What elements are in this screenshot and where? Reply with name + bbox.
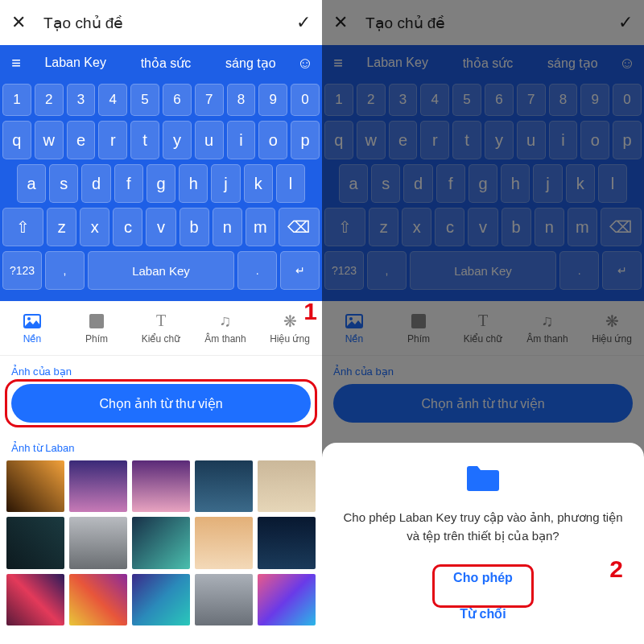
key-z[interactable]: z	[47, 208, 76, 246]
wallpaper-thumb[interactable]	[132, 517, 190, 568]
wallpaper-thumb[interactable]	[132, 460, 190, 512]
wallpaper-thumb[interactable]	[6, 517, 64, 568]
suggestion-word[interactable]: thỏa sức	[141, 56, 192, 71]
svg-point-1	[27, 317, 31, 320]
emoji-icon[interactable]: ☺	[293, 54, 317, 72]
deny-button[interactable]: Từ chối	[340, 606, 626, 621]
key-b[interactable]: b	[180, 208, 209, 246]
theme-tabs: Nền Phím T Kiểu chữ ♫ Âm thanh ❋ Hiệu ứn…	[0, 301, 322, 356]
section-laban-photos: Ảnh từ Laban	[0, 432, 322, 460]
key-y[interactable]: y	[163, 121, 192, 159]
key-0[interactable]: 0	[291, 84, 320, 116]
key-s[interactable]: s	[49, 164, 78, 203]
app-header: ✕ Tạo chủ đề ✓	[0, 0, 322, 45]
screen-step-2: ✕ Tạo chủ đề ✓ ≡ Laban Key thỏa sức sáng…	[322, 0, 644, 644]
wallpaper-thumb[interactable]	[69, 574, 127, 625]
tab-background[interactable]: Nền	[0, 301, 64, 355]
key-m[interactable]: m	[246, 208, 275, 246]
key-shift[interactable]: ⇧	[2, 208, 43, 246]
key-9[interactable]: 9	[258, 84, 287, 116]
wallpaper-thumb[interactable]	[195, 574, 253, 625]
svg-rect-2	[89, 314, 104, 328]
tab-label: Nền	[23, 333, 41, 345]
key-mic[interactable]: ,	[45, 251, 85, 290]
wallpaper-thumb[interactable]	[6, 460, 64, 512]
key-dot[interactable]: .	[237, 251, 277, 290]
key-v[interactable]: v	[146, 208, 175, 246]
wallpaper-thumb[interactable]	[195, 460, 253, 512]
key-q[interactable]: q	[2, 121, 31, 159]
tab-label: Kiểu chữ	[142, 333, 180, 345]
suggestion-word[interactable]: Laban Key	[44, 56, 106, 71]
key-l[interactable]: l	[276, 164, 305, 203]
sparkle-icon: ❋	[283, 312, 297, 330]
key-k[interactable]: k	[244, 164, 273, 203]
key-g[interactable]: g	[147, 164, 175, 203]
tab-sound[interactable]: ♫ Âm thanh	[193, 301, 258, 355]
key-o[interactable]: o	[258, 121, 287, 159]
music-icon: ♫	[220, 312, 232, 330]
key-3[interactable]: 3	[67, 84, 96, 116]
key-i[interactable]: i	[227, 121, 256, 159]
key-6[interactable]: 6	[163, 84, 192, 116]
wallpaper-thumb[interactable]	[258, 517, 316, 568]
step-badge-2: 2	[609, 555, 623, 583]
wallpaper-thumb[interactable]	[69, 517, 127, 568]
square-icon	[89, 312, 104, 330]
tab-font[interactable]: T Kiểu chữ	[129, 301, 193, 355]
keyboard-preview: ≡ Laban Key thỏa sức sáng tạo ☺ 12345678…	[0, 45, 322, 301]
page-title: Tạo chủ đề	[43, 14, 296, 32]
key-enter[interactable]: ↵	[280, 251, 320, 290]
wallpaper-thumb[interactable]	[132, 574, 190, 625]
wallpaper-thumb[interactable]	[258, 574, 316, 625]
key-n[interactable]: n	[213, 208, 242, 246]
key-7[interactable]: 7	[195, 84, 224, 116]
tab-label: Hiệu ứng	[270, 333, 310, 345]
key-symbols[interactable]: ?123	[2, 251, 42, 290]
wallpaper-thumb[interactable]	[69, 460, 127, 512]
key-u[interactable]: u	[195, 121, 224, 159]
folder-icon	[465, 464, 501, 493]
screen-step-1: ✕ Tạo chủ đề ✓ ≡ Laban Key thỏa sức sáng…	[0, 0, 322, 644]
step-badge-1: 1	[303, 298, 317, 325]
wallpaper-thumb[interactable]	[258, 460, 316, 512]
key-f[interactable]: f	[114, 164, 143, 203]
key-w[interactable]: w	[35, 121, 64, 159]
suggestion-word[interactable]: sáng tạo	[225, 56, 275, 71]
key-h[interactable]: h	[179, 164, 208, 203]
tab-label: Phím	[85, 333, 108, 345]
close-icon[interactable]: ✕	[11, 12, 26, 33]
choose-from-library-button[interactable]: Chọn ảnh từ thư viện	[11, 384, 311, 423]
key-p[interactable]: p	[291, 121, 320, 159]
wallpaper-grid	[0, 460, 322, 625]
key-backspace[interactable]: ⌫	[279, 208, 320, 246]
key-d[interactable]: d	[81, 164, 110, 203]
key-j[interactable]: j	[211, 164, 240, 203]
confirm-icon[interactable]: ✓	[296, 12, 311, 33]
key-r[interactable]: r	[98, 121, 127, 159]
wallpaper-thumb[interactable]	[195, 517, 253, 568]
tab-keys[interactable]: Phím	[64, 301, 129, 355]
wallpaper-thumb[interactable]	[6, 574, 64, 625]
key-x[interactable]: x	[80, 208, 109, 246]
key-c[interactable]: c	[113, 208, 142, 246]
permission-dialog: Cho phép Laban Key truy cập vào ảnh, phư…	[322, 443, 644, 644]
key-1[interactable]: 1	[2, 84, 31, 116]
tab-label: Âm thanh	[204, 333, 246, 345]
key-a[interactable]: a	[17, 164, 46, 203]
key-space[interactable]: Laban Key	[88, 251, 234, 290]
allow-button[interactable]: Cho phép	[439, 566, 527, 590]
key-e[interactable]: e	[67, 121, 96, 159]
text-icon: T	[156, 312, 166, 330]
key-8[interactable]: 8	[227, 84, 256, 116]
permission-message: Cho phép Laban Key truy cập vào ảnh, phư…	[340, 509, 626, 545]
section-your-photos: Ảnh của bạn	[0, 356, 322, 384]
key-2[interactable]: 2	[35, 84, 64, 116]
menu-icon[interactable]: ≡	[5, 54, 27, 72]
key-5[interactable]: 5	[130, 84, 159, 116]
key-t[interactable]: t	[130, 121, 159, 159]
key-4[interactable]: 4	[98, 84, 127, 116]
suggestion-bar: ≡ Laban Key thỏa sức sáng tạo ☺	[0, 45, 322, 80]
image-icon	[23, 312, 41, 330]
